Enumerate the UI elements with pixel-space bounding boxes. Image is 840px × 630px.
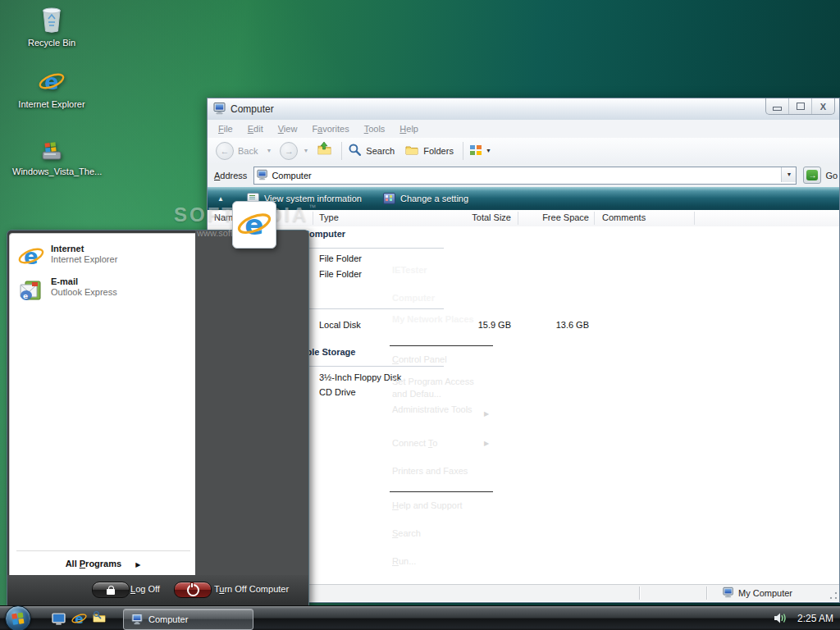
quicklaunch-show-desktop[interactable]: [49, 610, 67, 627]
statusbar-divider: [639, 587, 640, 600]
recycle-bin-icon: [38, 25, 66, 35]
column-type[interactable]: Type: [319, 212, 339, 222]
all-programs-button[interactable]: All Programs ▶: [10, 559, 196, 568]
column-free-space[interactable]: Free Space: [532, 212, 589, 222]
start-menu-item-ietester[interactable]: IETester: [392, 264, 479, 276]
toolbar: ← Back ▼ → ▼ Search: [208, 138, 839, 164]
start-menu-item-control-panel[interactable]: Control Panel: [392, 354, 479, 366]
resize-grip[interactable]: [829, 591, 838, 600]
system-tasks-band: ▲ View system information Change a setti…: [208, 187, 839, 211]
search-button[interactable]: Search: [348, 143, 395, 158]
system-tray: 2:25 AM: [774, 606, 833, 630]
quicklaunch-internet-explorer[interactable]: [70, 610, 88, 627]
go-button[interactable]: →: [803, 167, 821, 184]
column-total-size[interactable]: Total Size: [401, 212, 511, 222]
internet-explorer-icon: [39, 87, 65, 97]
computer-icon: [131, 613, 144, 627]
forward-icon: →: [280, 142, 298, 160]
computer-icon: [723, 587, 734, 600]
start-menu-separator: [390, 345, 493, 346]
back-icon: ←: [216, 142, 234, 160]
change-a-setting-link[interactable]: Change a setting: [383, 193, 468, 204]
start-menu-item-email[interactable]: e E-mail Outlook Express: [18, 276, 117, 304]
back-label: Back: [238, 146, 258, 156]
back-chevron-icon[interactable]: ▼: [266, 148, 272, 153]
menu-bar: File Edit View Favorites Tools Help: [208, 120, 839, 139]
start-menu-separator: [16, 550, 190, 551]
windows-flag-icon: [11, 612, 25, 625]
views-icon: [469, 144, 482, 158]
back-button[interactable]: ← Back ▼: [216, 142, 276, 160]
address-bar: Address Computer ▼ → Go: [208, 163, 839, 188]
menu-tools[interactable]: Tools: [357, 121, 393, 136]
computer-icon: [213, 102, 226, 116]
close-button[interactable]: X: [812, 98, 834, 114]
menu-file[interactable]: File: [211, 121, 240, 136]
window-title: Computer: [231, 103, 274, 115]
go-arrow-icon: →: [806, 170, 818, 180]
desktop-icon-internet-explorer[interactable]: Internet Explorer: [12, 69, 91, 109]
taskbar: Computer 2:25 AM: [0, 605, 840, 630]
search-label: Search: [366, 146, 395, 156]
maximize-button[interactable]: [789, 98, 812, 114]
views-button[interactable]: ▼: [469, 144, 491, 158]
column-divider[interactable]: [518, 212, 518, 225]
address-input[interactable]: Computer ▼: [253, 167, 797, 185]
start-menu-item-connect-to[interactable]: Connect To: [392, 437, 479, 450]
control-panel-icon: [383, 193, 395, 204]
turn-off-computer-label[interactable]: Turn Off Computer: [214, 584, 289, 594]
start-menu-item-computer[interactable]: Computer: [392, 292, 479, 304]
volume-icon[interactable]: [774, 612, 788, 626]
computer-icon: [257, 169, 268, 182]
folders-icon: [404, 144, 419, 158]
internet-explorer-icon: [18, 244, 44, 272]
svg-text:e: e: [23, 292, 28, 300]
window-controls: X: [765, 98, 835, 115]
folder-search-icon: [92, 611, 107, 626]
start-menu-item-help-and-support[interactable]: Help and Support: [392, 500, 479, 512]
toolbar-separator: [463, 142, 463, 160]
column-divider[interactable]: [313, 212, 313, 225]
desktop-icon-recycle-bin[interactable]: Recycle Bin: [12, 4, 91, 48]
log-off-button[interactable]: [92, 582, 130, 598]
outlook-express-icon: e: [18, 276, 44, 304]
go-label: Go: [825, 171, 838, 180]
log-off-label[interactable]: Log Off: [130, 584, 160, 594]
start-menu-item-my-network-places[interactable]: My Network Places: [392, 313, 479, 326]
folders-button[interactable]: Folders: [404, 144, 454, 158]
up-button[interactable]: [317, 143, 332, 158]
menu-view[interactable]: View: [271, 121, 305, 136]
views-chevron-icon: ▼: [486, 148, 491, 153]
forward-chevron-icon[interactable]: ▼: [303, 148, 308, 153]
start-menu-item-set-program-access[interactable]: Set Program Access and Defau...: [392, 376, 479, 400]
start-menu-item-internet[interactable]: Internet Internet Explorer: [18, 244, 117, 272]
start-menu-item-administrative-tools[interactable]: Administrative Tools: [392, 404, 479, 416]
start-menu-item-run[interactable]: Run...: [392, 555, 479, 568]
column-divider[interactable]: [594, 212, 595, 225]
menu-edit[interactable]: Edit: [240, 121, 271, 136]
minimize-button[interactable]: [766, 98, 789, 114]
taskbar-button-computer[interactable]: Computer: [123, 609, 253, 630]
address-label: Address: [214, 171, 247, 180]
quicklaunch-search-folder[interactable]: [90, 610, 108, 627]
column-divider[interactable]: [694, 212, 695, 225]
window-titlebar[interactable]: Computer X: [208, 98, 839, 121]
forward-button[interactable]: → ▼: [280, 142, 313, 160]
desktop-icon-vista-theme-file[interactable]: Windows_Vista_The...: [12, 141, 91, 176]
start-menu-item-search[interactable]: Search: [392, 527, 479, 540]
menu-help[interactable]: Help: [392, 121, 426, 136]
desktop-monitor-icon: [52, 613, 66, 625]
collapse-chevron-icon[interactable]: ▲: [217, 195, 224, 203]
address-value: Computer: [272, 171, 311, 180]
column-headers: Name Type Total Size Free Space Comments: [208, 210, 839, 227]
toolbar-separator: [341, 142, 342, 160]
address-dropdown-button[interactable]: ▼: [781, 167, 796, 182]
clock[interactable]: 2:25 AM: [797, 613, 833, 624]
start-menu-item-printers-and-faxes[interactable]: Printers and Faxes: [392, 465, 479, 477]
turn-off-computer-button[interactable]: [174, 582, 212, 598]
start-button[interactable]: [5, 605, 31, 630]
menu-favorites[interactable]: Favorites: [304, 121, 356, 136]
start-menu-bottom-bar: Log Off Turn Off Computer: [7, 575, 308, 605]
right-arrow-icon: ▶: [135, 561, 140, 568]
column-comments[interactable]: Comments: [602, 212, 646, 222]
